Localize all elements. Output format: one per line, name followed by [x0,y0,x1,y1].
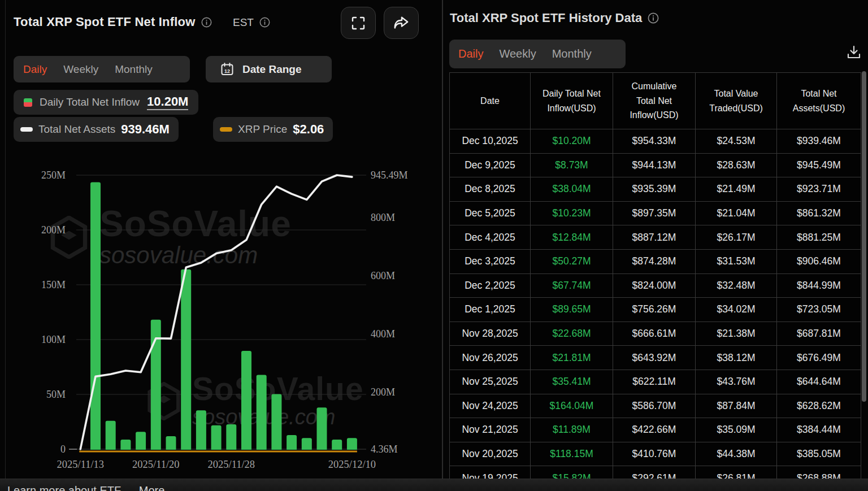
table-cell: $34.02M [696,298,777,322]
table-row[interactable]: Dec 1,2025$89.65M$756.26M$34.02M$723.05M [450,298,861,322]
table-row[interactable]: Nov 26,2025$21.81M$643.92M$38.12M$676.49… [450,346,861,370]
table-cell: $12.84M [531,225,613,250]
table-row[interactable]: Nov 24,2025$164.04M$586.70M$87.84M$628.6… [450,394,861,418]
history-info-icon[interactable] [648,12,659,24]
table-cell: $38.04M [531,177,613,202]
inflow-bar [347,438,357,451]
col-header-daily-inflow: Daily Total Net Inflow(USD) [531,73,613,129]
table-cell: $21.04M [696,201,777,225]
y-axis-left-label: 200M [41,224,66,236]
table-row[interactable]: Dec 10,2025$10.20M$954.33M$24.53M$939.46… [450,129,861,154]
net-assets-line [80,175,352,449]
table-scrollbar[interactable] [862,71,866,402]
table-cell: $50.27M [531,249,613,273]
table-cell: $756.26M [613,298,696,322]
table-cell: $67.74M [531,273,613,298]
table-cell: $945.49M [777,153,861,177]
table-cell: $21.38M [696,321,777,346]
history-period-tabs: Daily Weekly Monthly [449,40,626,68]
x-axis-label: 2025/11/28 [208,459,255,470]
history-tab-weekly[interactable]: Weekly [499,47,536,60]
inflow-bar [106,421,116,451]
table-cell: $939.46M [777,129,861,154]
learn-more-link[interactable]: Learn more about ETF [7,484,121,491]
inflow-bar [120,440,131,451]
table-row[interactable]: Dec 5,2025$10.23M$897.35M$21.04M$861.32M [450,201,861,225]
inflow-bar [90,183,101,451]
table-cell: $422.66M [613,418,696,442]
inflow-bar [302,438,312,451]
table-row[interactable]: Dec 8,2025$38.04M$935.39M$21.49M$923.71M [450,177,861,202]
y-axis-right-label: 400M [371,328,395,340]
y-axis-left-label: 150M [41,279,66,290]
more-link[interactable]: More [139,484,165,491]
history-table: Date Daily Total Net Inflow(USD) Cumulat… [449,72,861,490]
table-cell: $824.00M [613,273,696,298]
inflow-bar [332,440,342,451]
inflow-bar [226,424,236,451]
inflow-bar [211,425,222,451]
table-cell: $906.46M [777,249,861,273]
y-axis-left-label: 50M [46,389,66,400]
y-axis-right-label: 945.49M [371,170,408,181]
table-cell: $8.73M [531,153,613,177]
table-cell: $861.32M [777,201,861,225]
table-cell: Dec 4,2025 [450,225,531,250]
y-axis-right-label: 600M [371,270,395,281]
table-row[interactable]: Dec 4,2025$12.84M$887.12M$26.17M$881.25M [450,225,861,250]
y-axis-left-label: 0 [60,444,66,455]
inflow-bar [257,375,267,451]
table-row[interactable]: Nov 25,2025$35.41M$622.11M$43.76M$644.64… [450,370,861,394]
table-cell: $944.13M [613,153,696,177]
table-cell: Nov 28,2025 [450,321,531,346]
footer-bar: Learn more about ETF More [0,479,868,491]
table-row[interactable]: Dec 9,2025$8.73M$944.13M$28.63M$945.49M [450,153,861,177]
table-cell: $643.92M [613,346,696,370]
table-cell: $586.70M [613,394,696,418]
table-cell: Nov 21,2025 [450,418,531,442]
netinflow-chart[interactable]: 050M100M150M200M250M4.36M200M400M600M800… [0,0,442,491]
col-header-value-traded: Total Value Traded(USD) [696,73,777,129]
table-cell: $24.53M [696,129,777,154]
table-cell: Dec 10,2025 [450,129,531,154]
table-row[interactable]: Nov 21,2025$11.89M$422.66M$35.09M$384.44… [450,418,861,442]
table-cell: Dec 1,2025 [450,298,531,322]
history-tab-daily[interactable]: Daily [458,47,483,60]
table-row[interactable]: Dec 3,2025$50.27M$874.28M$31.53M$906.46M [450,249,861,273]
col-header-date: Date [450,73,531,129]
history-tab-monthly[interactable]: Monthly [552,47,592,60]
table-cell: Dec 9,2025 [450,153,531,177]
table-header-row: Date Daily Total Net Inflow(USD) Cumulat… [450,73,861,129]
table-cell: Nov 25,2025 [450,370,531,394]
y-axis-left-label: 100M [41,334,66,345]
table-cell: $43.76M [696,370,777,394]
table-cell: Dec 3,2025 [450,249,531,273]
table-cell: $10.20M [531,129,613,154]
download-button[interactable] [843,42,865,63]
table-cell: $385.05M [777,442,861,466]
table-row[interactable]: Dec 2,2025$67.74M$824.00M$32.48M$844.99M [450,273,861,298]
inflow-bar [196,410,206,451]
x-axis-label: 2025/11/13 [57,459,105,470]
table-cell: $44.38M [696,442,777,466]
inflow-bar [181,270,191,451]
footer-text: Learn more about ETF More [7,484,164,491]
table-cell: $897.35M [613,201,696,225]
table-cell: $954.33M [613,129,696,154]
table-cell: $22.68M [531,321,613,346]
table-row[interactable]: Nov 20,2025$118.15M$410.76M$44.38M$385.0… [450,442,861,466]
x-axis-label: 2025/12/10 [328,459,376,470]
table-cell: $26.17M [696,225,777,250]
table-cell: Dec 5,2025 [450,201,531,225]
table-cell: $666.61M [613,321,696,346]
history-table-title: Total XRP Spot ETF History Data [450,11,659,25]
table-cell: $87.84M [696,394,777,418]
table-row[interactable]: Nov 28,2025$22.68M$666.61M$21.38M$687.81… [450,321,861,346]
col-header-net-assets: Total Net Assets(USD) [777,73,861,129]
y-axis-right-label: 200M [371,386,395,398]
history-table-body: Dec 10,2025$10.20M$954.33M$24.53M$939.46… [450,129,861,490]
inflow-bar [271,394,281,451]
table-cell: $31.53M [696,249,777,273]
table-cell: Dec 8,2025 [450,177,531,202]
table-cell: $35.41M [531,370,613,394]
